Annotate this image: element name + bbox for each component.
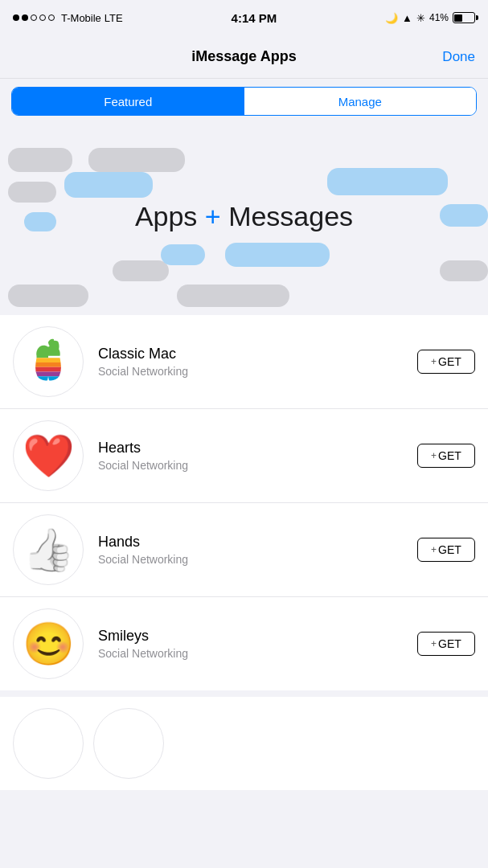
- status-bar-right: 🌙 ▲ ✳ 41%: [385, 12, 475, 24]
- hands-icon: 👍: [23, 529, 75, 571]
- list-item: 👍 Hands Social Networking + GET: [0, 503, 488, 597]
- bubble-deco-1: [8, 148, 72, 172]
- signal-dot-3: [31, 14, 37, 21]
- hero-title-messages: Messages: [228, 201, 353, 231]
- get-label: GET: [438, 637, 461, 650]
- hero-plus: +: [205, 201, 221, 231]
- app-name: Hearts: [98, 440, 417, 457]
- status-bar-left: T-Mobile LTE: [13, 12, 123, 24]
- app-name: Hands: [98, 534, 417, 551]
- bubble-deco-4: [8, 285, 88, 307]
- signal-dot-5: [48, 14, 55, 21]
- bubble-deco-2: [88, 148, 185, 172]
- bottom-item-2: [93, 708, 164, 779]
- get-button-hearts[interactable]: + GET: [417, 444, 475, 468]
- bubble-deco-5: [113, 260, 169, 281]
- signal-dot-4: [39, 14, 46, 21]
- get-button-hands[interactable]: + GET: [417, 538, 475, 562]
- bubble-blue-1: [64, 172, 153, 198]
- bubble-deco-3: [8, 182, 56, 203]
- moon-icon: 🌙: [385, 12, 398, 24]
- classic-mac-icon: [25, 338, 72, 385]
- get-plus-icon: +: [431, 356, 437, 367]
- app-info-smileys: Smileys Social Networking: [98, 628, 417, 660]
- battery-percent: 41%: [429, 12, 449, 23]
- tab-manage[interactable]: Manage: [244, 88, 477, 115]
- app-name: Classic Mac: [98, 346, 417, 362]
- page-title: iMessage Apps: [191, 48, 296, 65]
- get-button-smileys[interactable]: + GET: [417, 632, 475, 656]
- bottom-row: [0, 697, 488, 790]
- smileys-icon: 😊: [23, 623, 75, 665]
- bluetooth-icon: ✳: [416, 12, 425, 24]
- signal-dot-1: [13, 14, 19, 21]
- battery-icon: [453, 12, 475, 23]
- bubble-blue-6: [161, 244, 205, 265]
- segmented-control: Featured Manage: [11, 87, 477, 116]
- bubble-blue-2: [327, 168, 448, 195]
- signal-dots: [13, 14, 55, 21]
- bottom-item-1: [13, 708, 84, 779]
- get-label: GET: [438, 355, 461, 368]
- battery-fill: [454, 14, 461, 22]
- tab-featured[interactable]: Featured: [12, 88, 244, 115]
- app-icon-smileys: 😊: [13, 608, 84, 679]
- signal-dot-2: [22, 14, 28, 21]
- done-button[interactable]: Done: [442, 49, 475, 65]
- app-icon-classic-mac: [13, 326, 84, 397]
- hero-title-apps: Apps: [135, 201, 198, 231]
- bubble-blue-4: [24, 212, 56, 231]
- app-list: Classic Mac Social Networking + GET ❤️ H…: [0, 315, 488, 690]
- location-icon: ▲: [402, 12, 412, 24]
- bubble-deco-7: [440, 260, 488, 281]
- get-plus-icon: +: [431, 450, 437, 461]
- bubble-deco-6: [177, 285, 289, 307]
- get-label: GET: [438, 449, 461, 462]
- app-info-hearts: Hearts Social Networking: [98, 440, 417, 472]
- carrier-name: T-Mobile: [61, 12, 101, 24]
- app-category: Social Networking: [98, 365, 417, 378]
- nav-header: iMessage Apps Done: [0, 35, 488, 79]
- network-type: LTE: [105, 12, 123, 24]
- get-button-classic-mac[interactable]: + GET: [417, 350, 475, 374]
- get-plus-icon: +: [431, 544, 437, 555]
- hero-banner: Apps + Messages: [0, 124, 488, 309]
- list-item: 😊 Smileys Social Networking + GET: [0, 597, 488, 690]
- bubble-blue-3: [440, 204, 488, 227]
- bubble-blue-5: [225, 243, 330, 267]
- status-bar: T-Mobile LTE 4:14 PM 🌙 ▲ ✳ 41%: [0, 0, 488, 35]
- hearts-icon: ❤️: [23, 435, 75, 477]
- list-item: Classic Mac Social Networking + GET: [0, 315, 488, 409]
- status-time: 4:14 PM: [232, 11, 277, 25]
- app-category: Social Networking: [98, 553, 417, 566]
- get-plus-icon: +: [431, 638, 437, 649]
- app-name: Smileys: [98, 628, 417, 645]
- list-item: ❤️ Hearts Social Networking + GET: [0, 409, 488, 503]
- hero-title: Apps + Messages: [135, 201, 353, 232]
- app-category: Social Networking: [98, 647, 417, 660]
- app-category: Social Networking: [98, 459, 417, 472]
- app-icon-hearts: ❤️: [13, 420, 84, 491]
- app-info-classic-mac: Classic Mac Social Networking: [98, 346, 417, 378]
- app-info-hands: Hands Social Networking: [98, 534, 417, 566]
- app-icon-hands: 👍: [13, 514, 84, 585]
- get-label: GET: [438, 543, 461, 556]
